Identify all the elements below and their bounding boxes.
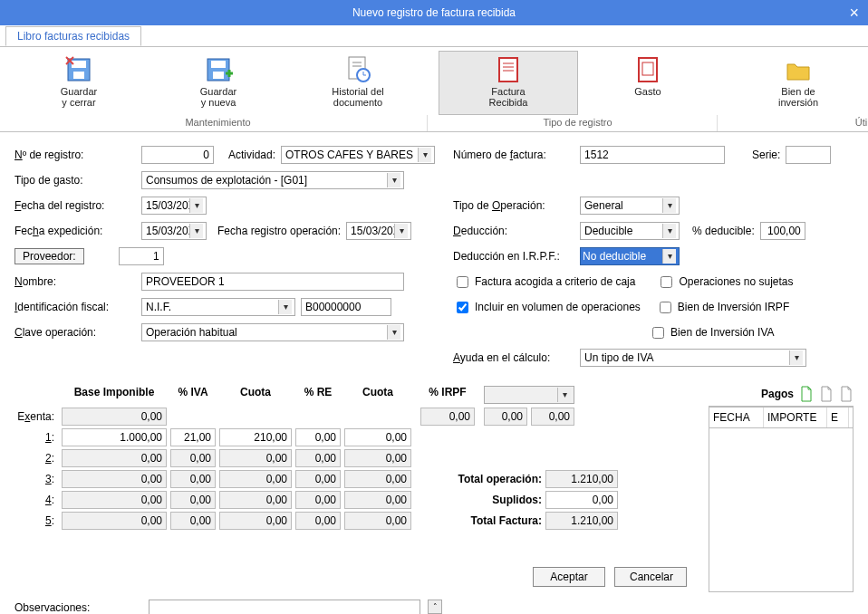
cell-re[interactable]: 0,00 <box>295 428 341 446</box>
fecha-registro-label: Fecha del registro: <box>14 199 141 212</box>
proveedor-input[interactable] <box>119 247 164 265</box>
cell-iva[interactable]: 0,00 <box>170 491 216 509</box>
chk-op-no-sujetas[interactable]: Operaciones no sujetas <box>657 273 793 291</box>
irpf-pct[interactable]: 0,00 <box>420 408 475 426</box>
label: FacturaRecibida <box>445 86 572 108</box>
cell-cuota[interactable]: 0,00 <box>219 491 292 509</box>
row-label: 5: <box>14 514 58 527</box>
gasto-button[interactable]: Gasto <box>578 51 718 115</box>
id-fiscal-input[interactable] <box>301 298 391 316</box>
cell-base[interactable]: 0,00 <box>62 470 167 488</box>
history-icon <box>343 55 372 84</box>
label: Guardary nueva <box>155 86 282 108</box>
proveedor-button[interactable]: Proveedor: <box>14 248 84 264</box>
pagos-col-fecha[interactable]: FECHA <box>709 408 764 427</box>
pagos-col-importe[interactable]: IMPORTE <box>764 408 827 427</box>
cell-re[interactable]: 0,00 <box>295 470 341 488</box>
deduccion-label: Deducción: <box>453 225 580 237</box>
aceptar-button[interactable]: Aceptar <box>533 567 605 587</box>
cell-base[interactable]: 0,00 <box>62 491 167 509</box>
svg-rect-10 <box>499 58 517 82</box>
cell-iva[interactable]: 21,00 <box>170 428 216 446</box>
save-new-icon <box>204 55 233 84</box>
total-label: Total operación: <box>433 473 542 485</box>
n-registro-label: Nº de registro: <box>14 149 141 161</box>
row-label: 3: <box>14 473 58 485</box>
pagos-col-e[interactable]: E <box>827 408 849 427</box>
irpf-v2[interactable]: 0,00 <box>531 408 574 426</box>
tipo-operacion-select[interactable] <box>580 197 680 215</box>
col-irpf: % IRPF <box>420 386 475 404</box>
factura-recibida-button[interactable]: FacturaRecibida <box>439 51 578 115</box>
serie-input[interactable] <box>786 146 831 164</box>
label: Historial deldocumento <box>294 86 421 108</box>
chk-bien-inv-iva[interactable]: Bien de Inversión IVA <box>649 324 775 341</box>
clave-op-label: Clave operación: <box>14 326 141 339</box>
ded-irpf-select[interactable]: No deducible <box>580 247 680 265</box>
total-value[interactable]: 0,00 <box>545 491 618 509</box>
guardar-cerrar-button[interactable]: Guardary cerrar <box>9 51 149 115</box>
cell-re[interactable]: 0,00 <box>295 449 341 467</box>
clave-op-select[interactable] <box>141 323 404 341</box>
actividad-label: Actividad: <box>228 149 275 161</box>
fecha-reg-op-input[interactable] <box>346 222 411 240</box>
id-fiscal-tipo-select[interactable] <box>141 298 295 316</box>
ribbon-group-title: Útiles <box>728 115 868 131</box>
cell-iva[interactable]: 0,00 <box>170 470 216 488</box>
cell-iva[interactable]: 0,00 <box>170 512 216 530</box>
fecha-registro-input[interactable] <box>141 197 207 215</box>
cell-base[interactable]: 1.000,00 <box>62 428 167 446</box>
cell-cuotare[interactable]: 0,00 <box>344 470 411 488</box>
actividad-select[interactable] <box>281 146 435 164</box>
cell-re[interactable]: 0,00 <box>295 491 341 509</box>
cell-cuota[interactable]: 0,00 <box>219 512 292 530</box>
row-exenta-label: Exenta: <box>14 410 58 423</box>
tipo-operacion-label: Tipo de Operación: <box>453 199 580 212</box>
observaciones-input[interactable] <box>149 600 420 614</box>
pct-deducible-input[interactable] <box>760 222 805 240</box>
col-re: % RE <box>295 386 341 404</box>
pct-deducible-label: % deducible: <box>692 225 755 237</box>
num-factura-input[interactable] <box>580 146 725 164</box>
historial-button[interactable]: Historial deldocumento <box>288 51 428 115</box>
cell-cuotare[interactable]: 0,00 <box>344 449 411 467</box>
deduccion-select[interactable] <box>580 222 680 240</box>
ribbon-group-title: Tipo de registro <box>439 115 718 131</box>
cell-cuota[interactable]: 210,00 <box>219 428 292 446</box>
doc-add-icon[interactable] <box>799 386 814 402</box>
bien-inversion-button[interactable]: Bien deinversión <box>728 51 868 115</box>
chk-bien-inv-irpf[interactable]: Bien de Inversión IRPF <box>656 299 789 316</box>
tipo-gasto-label: Tipo de gasto: <box>14 174 141 187</box>
chk-volumen-op[interactable]: Incluir en volumen de operaciones <box>453 299 641 316</box>
tipo-gasto-select[interactable] <box>141 171 404 189</box>
fecha-exped-input[interactable] <box>141 222 207 240</box>
serie-label: Serie: <box>752 149 780 161</box>
tab-libro[interactable]: Libro facturas recibidas <box>5 26 141 46</box>
cell-base[interactable]: 0,00 <box>62 512 167 530</box>
irpf-type-select[interactable] <box>484 386 574 404</box>
cancelar-button[interactable]: Cancelar <box>614 567 687 587</box>
exenta-base[interactable]: 0,00 <box>62 408 167 426</box>
total-label: Suplidos: <box>433 494 542 506</box>
cell-cuotare[interactable]: 0,00 <box>344 512 411 530</box>
close-icon[interactable]: × <box>849 0 859 25</box>
row-label: 2: <box>14 452 58 465</box>
cell-re[interactable]: 0,00 <box>295 512 341 530</box>
guardar-nueva-button[interactable]: Guardary nueva <box>149 51 288 115</box>
svg-rect-5 <box>213 72 224 79</box>
ayuda-calculo-select[interactable] <box>580 349 806 367</box>
cell-cuota[interactable]: 0,00 <box>219 470 292 488</box>
cell-base[interactable]: 0,00 <box>62 449 167 467</box>
irpf-v1[interactable]: 0,00 <box>484 408 527 426</box>
doc-edit-icon[interactable] <box>819 386 834 402</box>
nombre-input[interactable] <box>141 273 404 291</box>
n-registro-input[interactable] <box>141 146 214 164</box>
cell-cuotare[interactable]: 0,00 <box>344 491 411 509</box>
doc-del-icon[interactable] <box>839 386 854 402</box>
invoice-icon <box>494 55 523 84</box>
obs-scroll-up[interactable]: ˄ <box>428 600 442 614</box>
cell-cuota[interactable]: 0,00 <box>219 449 292 467</box>
cell-cuotare[interactable]: 0,00 <box>344 428 411 446</box>
chk-criterio-caja[interactable]: Factura acogida a criterio de caja <box>453 273 635 291</box>
cell-iva[interactable]: 0,00 <box>170 449 216 467</box>
